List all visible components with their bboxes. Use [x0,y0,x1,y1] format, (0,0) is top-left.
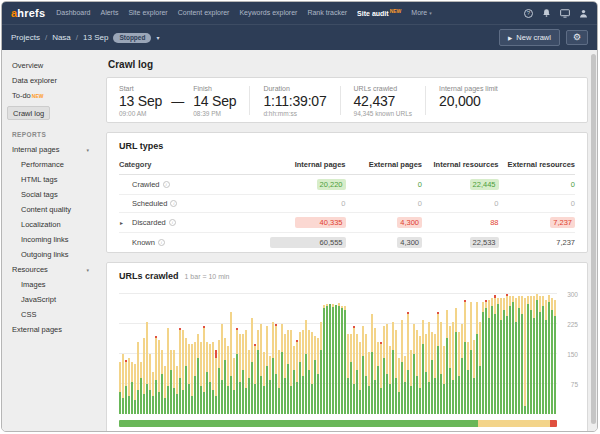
scrollbar[interactable] [591,54,596,424]
stacked-bar [158,340,160,414]
cell-value: 22,445 [470,179,499,190]
segment-2xx [530,310,532,414]
nav-item-keywords-explorer[interactable]: Keywords explorer [239,9,297,16]
sidebar-item-overview[interactable]: Overview [12,58,97,73]
column-header-category: Category [119,160,269,169]
settings-button[interactable]: ⚙ [566,30,588,45]
stat-sublabel: 94,345 known URLs [354,110,413,117]
cell-value: 7,237 [550,217,575,228]
stacked-bar [212,342,214,414]
status-badge[interactable]: Stopped [113,33,151,43]
sidebar-item-label: Localization [21,220,61,229]
sidebar-item-images[interactable]: Images [12,277,97,292]
sidebar-item-crawl-log[interactable]: Crawl log [12,103,97,123]
sidebar-item-resources[interactable]: Resources▾ [12,262,97,277]
segment-2xx [443,384,445,414]
segment-3xx [347,334,349,378]
nav-item-content-explorer[interactable]: Content explorer [178,9,230,16]
segment-2xx [137,390,139,414]
segment-3xx [173,350,175,388]
expand-arrow-icon[interactable]: ▸ [120,219,123,226]
new-crawl-button[interactable]: ▶ New crawl [499,29,560,46]
segment-3xx [293,346,295,370]
ahrefs-logo[interactable]: ahrefs [11,7,45,19]
stat-label: Start [119,85,162,92]
stacked-bar [548,295,550,414]
stacked-bar [500,298,502,414]
stacked-bar [149,354,151,414]
breadcrumb-13-sep[interactable]: 13 Sep [83,33,108,42]
sidebar-item-javascript[interactable]: JavaScript [12,292,97,307]
sidebar-item-performance[interactable]: Performance [12,157,97,172]
segment-3xx [419,336,421,388]
user-icon[interactable] [579,9,588,18]
breadcrumb-projects[interactable]: Projects [11,33,40,42]
stacked-bar [143,338,145,414]
sidebar-item-external-pages[interactable]: External pages [12,322,97,337]
stacked-bar [140,362,142,414]
nav-item-alerts[interactable]: Alerts [100,9,118,16]
segment-3xx [434,334,436,378]
segment-2xx [458,376,460,414]
segment-3xx [383,326,385,358]
app-window: ahrefs DashboardAlertsSite explorerConte… [1,1,598,432]
segment-3xx [503,298,505,310]
segment-3xx [182,330,184,390]
sidebar-item-internal-pages[interactable]: Internal pages▾ [12,142,97,157]
nav-item-site-explorer[interactable]: Site explorer [128,9,167,16]
info-icon[interactable]: i [169,219,176,226]
nav-item-more[interactable]: More▾ [411,9,431,16]
sidebar-item-css[interactable]: CSS [12,307,97,322]
sidebar-item-label: To-do [12,91,31,100]
table-row-crawled[interactable]: Crawledi20,220022,4450 [119,174,575,194]
info-icon[interactable]: i [170,200,177,207]
new-crawl-label: New crawl [516,33,551,42]
nav-item-dashboard[interactable]: Dashboard [56,9,90,16]
segment-3xx [509,296,511,306]
info-icon[interactable]: i [158,239,165,246]
cell-value: 4,300 [397,237,422,248]
sidebar-item-incoming-links[interactable]: Incoming links [12,232,97,247]
value-cell: 60,555 [269,237,346,248]
sidebar-item-outgoing-links[interactable]: Outgoing links [12,247,97,262]
stacked-bar [227,346,229,414]
stacked-bar [242,334,244,414]
nav-item-site-audit[interactable]: Site auditNEW [357,8,401,17]
bell-icon[interactable] [542,8,551,18]
stat-divider [340,86,341,115]
breadcrumb-nasa[interactable]: Nasa [52,33,71,42]
primary-nav: DashboardAlertsSite explorerContent expl… [56,8,432,17]
stacked-bar [413,324,415,414]
sidebar-item-content-quality[interactable]: Content quality [12,202,97,217]
segment-3xx [146,322,148,384]
help-icon[interactable]: ? [524,9,533,18]
sidebar-item-data-explorer[interactable]: Data explorer [12,73,97,88]
segment-2xx [398,392,400,414]
sidebar-item-localization[interactable]: Localization [12,217,97,232]
segment-2xx [140,378,142,414]
chart-subtitle: 1 bar = 10 min [185,273,230,280]
stacked-bar [488,300,490,414]
stat-sublabel: d:hh:mm:ss [263,110,326,117]
table-row-scheduled[interactable]: Scheduledi0000 [119,194,575,212]
sidebar-item-to-do[interactable]: To-doNEW [12,88,97,103]
y-axis-labels: 75150225300 [557,288,578,414]
table-row-known[interactable]: Knowni60,5554,30022,5337,237 [119,232,575,252]
stacked-bar [341,306,343,414]
segment-3xx [212,342,214,390]
segment-2xx [311,384,313,414]
segment-2xx [554,316,556,414]
desktop-icon[interactable] [560,9,570,18]
sidebar-item-social-tags[interactable]: Social tags [12,187,97,202]
sidebar-item-html-tags[interactable]: HTML tags [12,172,97,187]
chevron-down-icon[interactable]: ▾ [156,34,159,41]
y-tick-label: 225 [567,321,578,328]
stacked-bar [161,350,163,414]
table-row-discarded[interactable]: ▸Discardedi40,3354,300887,237 [119,212,575,232]
info-icon[interactable]: i [163,181,170,188]
nav-item-rank-tracker[interactable]: Rank tracker [307,9,347,16]
nav-item-label: More [411,9,427,16]
stacked-bar [389,346,391,414]
segment-2xx [185,366,187,414]
category-label: Crawled [132,180,160,189]
